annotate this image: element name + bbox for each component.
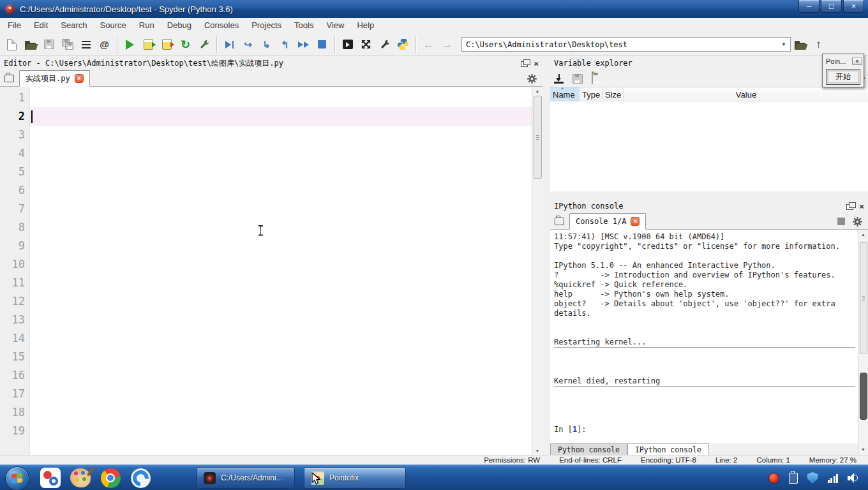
variable-table-header[interactable]: ▲ Name Type Size Value bbox=[550, 87, 868, 102]
console-scroll-thumb[interactable] bbox=[860, 242, 867, 353]
scroll-down-icon[interactable]: ▼ bbox=[858, 446, 868, 454]
start-button[interactable] bbox=[5, 466, 29, 490]
close-pane-icon[interactable]: × bbox=[859, 202, 864, 211]
editor-scrollbar[interactable]: ▲ ▼ bbox=[532, 87, 542, 455]
menu-view[interactable]: View bbox=[320, 18, 350, 33]
chrome-icon bbox=[101, 468, 121, 488]
menu-source[interactable]: Source bbox=[94, 18, 133, 33]
browser-button[interactable] bbox=[130, 467, 151, 489]
console-options-gear-icon[interactable] bbox=[852, 216, 863, 227]
console-panel-header[interactable]: IPython console × bbox=[550, 199, 868, 213]
menu-projects[interactable]: Projects bbox=[245, 18, 288, 33]
file-switcher-button[interactable] bbox=[77, 35, 95, 54]
close-button[interactable]: × bbox=[843, 0, 864, 13]
scroll-down-icon[interactable]: ▼ bbox=[532, 447, 542, 455]
tab-python-console[interactable]: Python console bbox=[550, 443, 627, 455]
save-all-button[interactable] bbox=[58, 35, 77, 54]
close-pane-icon[interactable]: × bbox=[534, 59, 539, 68]
column-size[interactable]: Size bbox=[602, 87, 624, 101]
menu-debug[interactable]: Debug bbox=[161, 18, 198, 33]
title-bar[interactable]: * C:/Users/Administrator/Desktop/test - … bbox=[0, 0, 868, 18]
tab-ipython-console[interactable]: IPython console bbox=[627, 443, 709, 455]
browse-directory-button[interactable] bbox=[791, 35, 809, 54]
browse-tabs-icon[interactable] bbox=[4, 75, 14, 82]
security-shield-icon[interactable] bbox=[807, 472, 818, 484]
column-value[interactable]: Value bbox=[624, 87, 868, 101]
minimize-button[interactable]: – bbox=[798, 0, 819, 13]
run-cell-advance-button[interactable] bbox=[158, 35, 176, 54]
clipboard-tray-icon[interactable] bbox=[789, 473, 798, 484]
debug-step-into-button[interactable]: ↳ bbox=[257, 35, 276, 54]
save-button[interactable] bbox=[40, 35, 58, 54]
editor-tab-active[interactable]: 实战项目.py × bbox=[19, 70, 90, 87]
import-data-icon[interactable] bbox=[554, 74, 564, 84]
working-directory-combobox[interactable]: C:\Users\Administrator\Desktop\test ▼ bbox=[461, 37, 791, 52]
browse-tabs-icon[interactable] bbox=[555, 218, 564, 225]
menu-file[interactable]: File bbox=[1, 18, 27, 33]
variable-explorer-header[interactable]: Variable explorer × bbox=[550, 56, 868, 70]
parent-directory-button[interactable]: ↑ bbox=[809, 35, 828, 54]
open-file-button[interactable] bbox=[21, 35, 40, 54]
pointofix-title-bar[interactable]: Poin... x bbox=[823, 54, 864, 66]
save-data-icon[interactable] bbox=[572, 74, 583, 84]
editor-body[interactable]: 12345678910111213141516171819 ▲ ▼ bbox=[0, 87, 542, 455]
maximize-pane-button[interactable] bbox=[357, 35, 375, 54]
run-cell-button[interactable] bbox=[139, 35, 158, 54]
chevron-down-icon[interactable]: ▼ bbox=[781, 41, 786, 47]
save-data-as-button[interactable]: ✎ bbox=[592, 73, 593, 84]
menu-consoles[interactable]: Consoles bbox=[198, 18, 245, 33]
menu-edit[interactable]: Edit bbox=[27, 18, 54, 33]
line-number: 16 bbox=[0, 366, 29, 385]
network-signal-icon[interactable] bbox=[828, 473, 839, 483]
run-configure-button[interactable] bbox=[195, 35, 213, 54]
paint-app-button[interactable] bbox=[70, 467, 91, 489]
pointofix-window[interactable]: Poin... x 开始 bbox=[822, 54, 864, 87]
debug-step-out-button[interactable]: ↰ bbox=[276, 35, 294, 54]
menu-search[interactable]: Search bbox=[54, 18, 93, 33]
variable-table-body[interactable] bbox=[550, 101, 868, 191]
menu-run[interactable]: Run bbox=[133, 18, 161, 33]
debug-step-button[interactable]: ↪ bbox=[239, 35, 257, 54]
menu-help[interactable]: Help bbox=[350, 18, 380, 33]
column-name[interactable]: ▲ Name bbox=[550, 87, 580, 101]
forward-button[interactable]: → bbox=[438, 35, 456, 54]
console-scroll-thumb-secondary[interactable] bbox=[860, 373, 867, 420]
recording-tray-icon[interactable] bbox=[768, 473, 779, 484]
editor-scroll-thumb[interactable] bbox=[534, 96, 542, 179]
pointofix-minimize-icon[interactable]: x bbox=[852, 57, 862, 65]
interrupt-kernel-icon[interactable] bbox=[837, 218, 845, 225]
chrome-button[interactable] bbox=[100, 467, 121, 489]
app-launcher-button[interactable] bbox=[40, 467, 61, 489]
undock-icon[interactable] bbox=[846, 204, 853, 210]
code-area[interactable] bbox=[30, 87, 532, 455]
undock-icon[interactable] bbox=[521, 61, 528, 67]
console-output[interactable]: 11:57:41) [MSC v.1900 64 bit (AMD64)]Typ… bbox=[550, 230, 858, 443]
new-file-button[interactable] bbox=[3, 35, 21, 54]
tab-close-icon[interactable]: × bbox=[75, 74, 84, 83]
taskbar-button-spyder[interactable]: C:/Users/Admini... bbox=[197, 467, 295, 489]
console-tab-active[interactable]: Console 1/A × bbox=[569, 213, 646, 230]
console-line bbox=[554, 434, 858, 443]
scroll-up-icon[interactable]: ▲ bbox=[532, 87, 542, 95]
run-icon bbox=[126, 40, 134, 50]
editor-options-gear-icon[interactable] bbox=[527, 73, 537, 84]
debug-stop-button[interactable] bbox=[313, 35, 331, 54]
maximize-button[interactable]: □ bbox=[821, 0, 842, 13]
debug-button[interactable] bbox=[220, 35, 239, 54]
tab-close-icon[interactable]: × bbox=[631, 217, 640, 226]
rerun-button[interactable]: ↻ bbox=[176, 35, 195, 54]
back-button[interactable]: ← bbox=[419, 35, 438, 54]
symbol-finder-button[interactable]: @ bbox=[95, 35, 114, 54]
menu-tools[interactable]: Tools bbox=[288, 18, 320, 33]
debug-continue-button[interactable] bbox=[294, 35, 313, 54]
console-scrollbar[interactable]: ▲ ▼ bbox=[858, 230, 868, 455]
editor-panel-header[interactable]: Editor - C:\Users\Administrator\Desktop\… bbox=[0, 56, 542, 70]
tools-button[interactable] bbox=[375, 35, 394, 54]
volume-icon[interactable] bbox=[848, 473, 859, 483]
scroll-up-icon[interactable]: ▲ bbox=[858, 231, 868, 239]
column-type[interactable]: Type bbox=[580, 87, 602, 101]
run-button[interactable] bbox=[121, 35, 139, 54]
pointofix-start-button[interactable]: 开始 bbox=[826, 69, 860, 85]
python-button[interactable] bbox=[394, 35, 412, 54]
open-ipython-console-button[interactable] bbox=[338, 35, 357, 54]
